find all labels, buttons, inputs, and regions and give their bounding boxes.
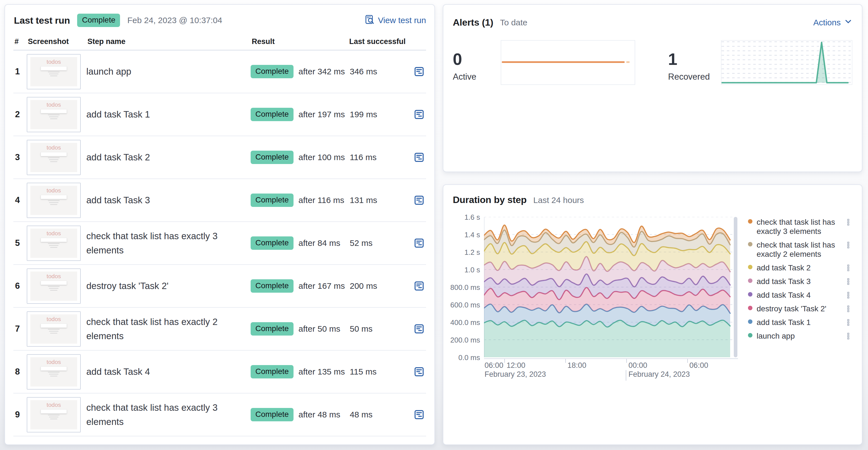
step-number: 9 [13, 410, 27, 420]
step-result: Completeafter 135 ms [251, 365, 348, 379]
step-screenshot-thumbnail[interactable]: todos [27, 311, 81, 347]
screenshot-mock-input [41, 109, 67, 113]
legend-series-dot [748, 242, 752, 247]
legend-item[interactable]: check that task list has exactly 3 eleme… [748, 218, 852, 236]
view-test-run-link[interactable]: View test run [365, 14, 426, 27]
screenshot-image: todos [30, 314, 77, 344]
screenshot-app-title: todos [30, 229, 77, 236]
screenshot-mock-lines [30, 200, 77, 205]
legend-item-menu-button[interactable] [844, 277, 852, 286]
table-row: 8todosadd task Task 4Completeafter 135 m… [13, 351, 426, 393]
legend-item-menu-button[interactable] [844, 332, 852, 340]
legend-item-menu-button[interactable] [844, 318, 852, 327]
boxed-ellipsis-icon [845, 295, 852, 300]
step-screenshot-cell: todos [27, 354, 86, 390]
legend-item[interactable]: destroy task 'Task 2' [748, 304, 852, 313]
step-screenshot-thumbnail[interactable]: todos [27, 140, 81, 175]
screenshot-mock-lines [30, 71, 77, 76]
alerts-actions-button[interactable]: Actions [813, 17, 852, 28]
step-last-successful: 199 ms [348, 110, 412, 119]
step-detail-cell [412, 322, 426, 335]
x-axis-tick-label: 12:00 [506, 361, 525, 370]
journal-icon [413, 331, 425, 335]
legend-item-menu-button[interactable] [844, 241, 852, 249]
recovered-alerts-stat: 1 Recovered [668, 40, 721, 82]
legend-item-menu-button[interactable] [844, 291, 852, 299]
table-row: 7todoscheck that task list has exactly 2… [13, 308, 426, 351]
legend-item[interactable]: check that task list has exactly 2 eleme… [748, 240, 852, 259]
y-axis-tick-label: 200.0 ms [450, 336, 480, 345]
step-screenshot-thumbnail[interactable]: todos [27, 268, 81, 304]
step-number: 8 [13, 367, 27, 377]
step-result: Completeafter 50 ms [251, 322, 348, 335]
screenshot-image: todos [30, 186, 77, 215]
step-detail-cell [412, 279, 426, 293]
step-screenshot-thumbnail[interactable]: todos [27, 354, 81, 390]
legend-item[interactable]: add task Task 4 [748, 290, 852, 300]
step-detail-cell [412, 108, 426, 121]
step-screenshot-cell: todos [27, 268, 86, 304]
step-screenshot-thumbnail[interactable]: todos [27, 226, 81, 261]
step-screenshot-thumbnail[interactable]: todos [27, 397, 81, 432]
table-row: 5todoscheck that task list has exactly 3… [13, 222, 426, 265]
step-detail-button[interactable] [412, 279, 426, 293]
x-axis-tick-label: 00:00 [628, 361, 647, 370]
screenshot-app-title: todos [30, 314, 77, 322]
step-screenshot-cell: todos [27, 311, 86, 347]
y-axis-tick-label: 800.0 ms [450, 283, 480, 292]
y-axis-tick-label: 1.0 s [464, 266, 480, 274]
active-alerts-chart [501, 40, 635, 85]
legend-series-dot [748, 333, 752, 338]
legend-item-menu-button[interactable] [844, 304, 852, 313]
col-header-result: Result [251, 37, 348, 46]
y-axis-tick-label: 0.0 ms [458, 353, 480, 362]
screenshot-image: todos [30, 271, 77, 301]
step-after-duration: after 84 ms [299, 238, 340, 248]
legend-item[interactable]: add task Task 1 [748, 318, 852, 327]
step-screenshot-thumbnail[interactable]: todos [27, 97, 81, 132]
step-detail-button[interactable] [412, 408, 426, 421]
legend-series-dot [748, 279, 752, 283]
y-axis-tick-label: 400.0 ms [450, 318, 480, 327]
legend-item[interactable]: add task Task 3 [748, 277, 852, 286]
step-detail-button[interactable] [412, 322, 426, 335]
step-detail-cell [412, 408, 426, 421]
step-detail-button[interactable] [412, 194, 426, 207]
legend-item[interactable]: add task Task 2 [748, 263, 852, 272]
legend-item[interactable]: launch app [748, 331, 852, 341]
step-name: launch app [86, 64, 246, 78]
step-number: 5 [13, 238, 27, 248]
step-detail-button[interactable] [412, 365, 426, 379]
screenshot-mock-lines [30, 115, 77, 119]
step-result: Completeafter 342 ms [251, 65, 348, 78]
duration-plot[interactable]: 06:0012:0018:0000:0006:00 February 23, 2… [484, 217, 738, 381]
legend-series-dot [748, 219, 752, 224]
step-detail-cell [412, 365, 426, 379]
step-screenshot-thumbnail[interactable]: todos [27, 183, 81, 218]
screenshot-mock-input [41, 152, 67, 156]
screenshot-mock-input [41, 66, 67, 70]
screenshot-app-title: todos [30, 271, 77, 279]
journal-icon [413, 202, 425, 206]
step-name: add task Task 4 [86, 364, 246, 379]
legend-series-label: check that task list has exactly 2 eleme… [756, 240, 840, 259]
legend-item-menu-button[interactable] [844, 264, 852, 272]
step-screenshot-thumbnail[interactable]: todos [27, 54, 81, 89]
step-name: add task Task 2 [86, 150, 246, 164]
step-detail-button[interactable] [412, 236, 426, 250]
y-axis-tick-label: 600.0 ms [450, 301, 480, 309]
boxed-ellipsis-icon [845, 268, 852, 272]
duration-x-axis-dates: February 23, 2023February 24, 2023 [484, 370, 738, 381]
step-status-badge: Complete [251, 322, 293, 335]
active-alerts-label: Active [453, 72, 501, 82]
step-detail-cell [412, 194, 426, 207]
alerts-title: Alerts (1) [453, 17, 493, 28]
screenshot-mock-input [41, 281, 67, 285]
step-detail-button[interactable] [412, 151, 426, 164]
step-detail-button[interactable] [412, 65, 426, 78]
step-last-successful: 50 ms [348, 324, 412, 333]
legend-series-label: destroy task 'Task 2' [756, 304, 840, 313]
step-detail-button[interactable] [412, 108, 426, 121]
x-axis-tick-label: 06:00 [485, 361, 503, 370]
legend-item-menu-button[interactable] [844, 218, 852, 226]
